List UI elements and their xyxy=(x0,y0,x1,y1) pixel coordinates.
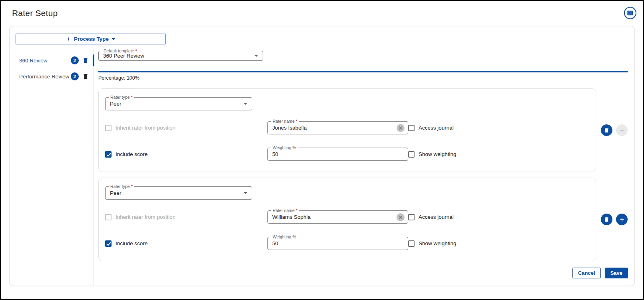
default-template-select[interactable]: Default template * 360 Peer Review xyxy=(98,51,263,61)
checkbox-box xyxy=(105,125,112,131)
inherit-rater-checkbox[interactable]: Inherit rater from position xyxy=(105,125,267,131)
rater-name-label: Rater name xyxy=(273,208,295,213)
process-type-sidebar: 360 Review 2 Performance Review 2 xyxy=(10,50,94,286)
content-row: 360 Review 2 Performance Review 2 xyxy=(10,50,634,286)
required-asterisk: * xyxy=(135,48,137,53)
caret-down-icon xyxy=(243,192,247,194)
access-journal-checkbox[interactable]: Access journal xyxy=(408,125,589,131)
checkbox-box xyxy=(105,240,112,247)
access-journal-checkbox[interactable]: Access journal xyxy=(408,214,589,220)
checkbox-box xyxy=(408,214,415,220)
clear-x-icon xyxy=(399,215,403,219)
checkbox-box xyxy=(105,151,112,158)
rater-setup-screen: Rater Setup Process Type 360 Review xyxy=(0,0,644,300)
percentage-progress-bar xyxy=(98,71,628,72)
include-score-label: Include score xyxy=(116,240,148,246)
rater-row: Rater type * Peer Inherit rater from pos… xyxy=(98,178,628,261)
inherit-rater-checkbox[interactable]: Inherit rater from position xyxy=(105,214,267,220)
rater-name-field[interactable]: Rater name * xyxy=(267,210,408,224)
trash-icon xyxy=(604,127,610,133)
include-score-checkbox[interactable]: Include score xyxy=(105,151,267,158)
rater-type-select[interactable]: Rater type * Peer xyxy=(105,186,252,200)
checkbox-box xyxy=(408,240,415,247)
default-template-value: 360 Peer Review xyxy=(103,53,144,59)
rater-type-label: Rater type xyxy=(110,184,130,189)
weighting-label: Weighting % xyxy=(273,234,296,239)
save-button[interactable]: Save xyxy=(605,268,628,278)
rater-type-value: Peer xyxy=(110,190,122,196)
checkbox-box xyxy=(408,125,415,131)
main-content: Default template * 360 Peer Review Perce… xyxy=(94,50,634,286)
sidebar-item-label: Performance Review xyxy=(19,74,69,80)
show-weighting-label: Show weighting xyxy=(419,151,457,157)
weighting-field[interactable]: Weighting % xyxy=(267,237,408,250)
process-type-label: Process Type xyxy=(74,36,109,42)
checkbox-box xyxy=(408,151,415,158)
add-process-type-button[interactable]: Process Type xyxy=(16,34,166,44)
add-rater-button-disabled[interactable] xyxy=(616,124,628,136)
add-rater-button[interactable] xyxy=(616,214,628,225)
sidebar-item-360-review[interactable]: 360 Review 2 xyxy=(10,52,94,68)
rater-setup-panel: Process Type 360 Review 2 Performance Re… xyxy=(9,26,635,286)
weighting-label: Weighting % xyxy=(273,145,296,150)
show-weighting-checkbox[interactable]: Show weighting xyxy=(408,240,589,247)
rater-card-actions xyxy=(601,124,628,136)
weighting-field[interactable]: Weighting % xyxy=(267,148,408,161)
caret-down-icon xyxy=(254,55,258,57)
checkbox-box xyxy=(105,214,112,220)
rater-card: Rater type * Peer Inherit rater from pos… xyxy=(98,178,596,261)
rater-type-label: Rater type xyxy=(110,95,130,100)
view-list-button[interactable] xyxy=(624,7,636,19)
list-circle-icon xyxy=(627,10,634,16)
weighting-input[interactable] xyxy=(272,240,403,246)
rater-name-field[interactable]: Rater name * xyxy=(267,121,408,134)
plus-icon xyxy=(619,127,625,134)
rater-card: Rater type * Peer Inherit rater from pos… xyxy=(98,88,596,172)
access-journal-label: Access journal xyxy=(419,125,454,131)
clear-rater-name-button[interactable] xyxy=(397,124,405,132)
form-footer: Cancel Save xyxy=(98,261,628,278)
delete-process-type-button[interactable] xyxy=(82,73,89,80)
caret-down-icon xyxy=(243,103,247,105)
app-header: Rater Setup xyxy=(1,1,643,19)
delete-process-type-button[interactable] xyxy=(82,57,89,64)
weighting-input[interactable] xyxy=(272,151,403,157)
count-badge: 2 xyxy=(71,72,79,80)
required-asterisk: * xyxy=(131,95,132,100)
rater-type-value: Peer xyxy=(110,101,122,107)
rater-type-select[interactable]: Rater type * Peer xyxy=(105,97,252,110)
plus-icon xyxy=(619,216,625,223)
page-title: Rater Setup xyxy=(12,8,58,18)
rater-name-input[interactable] xyxy=(272,214,403,220)
show-weighting-label: Show weighting xyxy=(419,240,457,246)
default-template-label: Default template xyxy=(104,48,134,53)
rater-field-grid: Inherit rater from position Rater name * xyxy=(105,121,589,161)
required-asterisk: * xyxy=(296,119,297,124)
include-score-label: Include score xyxy=(116,151,148,157)
sidebar-item-performance-review[interactable]: Performance Review 2 xyxy=(10,68,94,84)
cancel-button[interactable]: Cancel xyxy=(572,268,601,278)
inherit-rater-label: Inherit rater from position xyxy=(116,214,175,220)
caret-down-icon xyxy=(112,38,116,40)
delete-rater-button[interactable] xyxy=(601,124,612,136)
trash-icon xyxy=(82,57,89,64)
include-score-checkbox[interactable]: Include score xyxy=(105,240,267,247)
delete-rater-button[interactable] xyxy=(601,214,612,225)
rater-card-actions xyxy=(601,214,628,225)
clear-x-icon xyxy=(399,126,403,130)
rater-row: Rater type * Peer Inherit rater from pos… xyxy=(98,88,628,172)
percentage-text: Percentage: 100% xyxy=(98,75,628,81)
trash-icon xyxy=(604,216,610,222)
rater-name-input[interactable] xyxy=(272,125,403,131)
trash-icon xyxy=(82,73,89,80)
required-asterisk: * xyxy=(131,184,132,189)
inherit-rater-label: Inherit rater from position xyxy=(116,125,175,131)
plus-icon xyxy=(66,36,71,42)
required-asterisk: * xyxy=(296,208,297,213)
show-weighting-checkbox[interactable]: Show weighting xyxy=(408,151,589,158)
count-badge: 2 xyxy=(71,56,79,64)
sidebar-item-label: 360 Review xyxy=(19,58,48,64)
rater-name-label: Rater name xyxy=(273,119,295,124)
clear-rater-name-button[interactable] xyxy=(397,213,405,221)
access-journal-label: Access journal xyxy=(419,214,454,220)
